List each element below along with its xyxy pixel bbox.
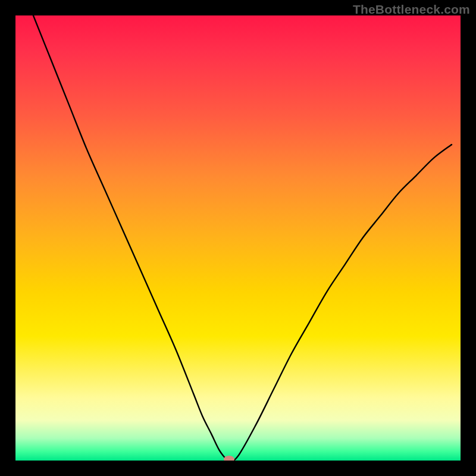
watermark-text: TheBottleneck.com [353, 2, 470, 17]
plot-area [15, 15, 461, 461]
optimum-marker [224, 456, 234, 461]
chart-frame: TheBottleneck.com [0, 0, 476, 476]
curve-svg [15, 15, 461, 461]
bottleneck-curve-path [33, 15, 452, 461]
